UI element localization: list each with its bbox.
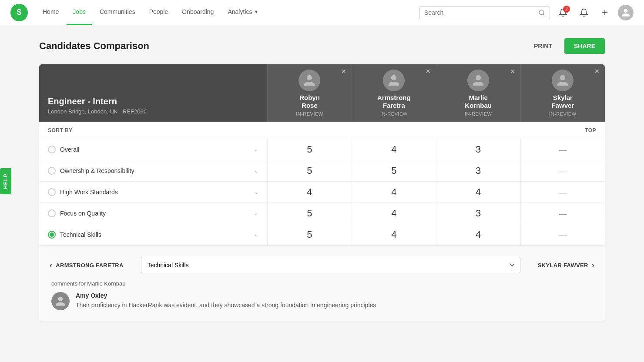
criteria-radio-technical[interactable] (48, 231, 56, 239)
commenter-avatar (51, 292, 70, 310)
score-quality-skylar: — (520, 203, 605, 224)
score-quality-robyn: 5 (268, 203, 352, 224)
plus-icon (600, 8, 609, 17)
next-candidate-button[interactable]: SKYLAR FAWVER › (538, 261, 594, 270)
criteria-name-quality: Focus on Quality (60, 210, 106, 217)
job-header-cell: Engineer - Intern London Bridge, London,… (39, 64, 268, 122)
score-ownership-skylar: — (520, 160, 605, 182)
nav-jobs[interactable]: Jobs (67, 0, 92, 25)
criteria-radio-quality[interactable] (48, 209, 56, 217)
navbar-right: 2 (419, 5, 634, 20)
skylar-name: SkylarFawver (524, 94, 601, 110)
help-label: HELP (3, 173, 9, 189)
close-skylar-button[interactable]: ✕ (594, 68, 600, 75)
armstrong-avatar (383, 70, 405, 91)
nav-communities[interactable]: Communities (94, 0, 141, 25)
comparison-card: Engineer - Intern London Bridge, London,… (39, 64, 605, 321)
criteria-row-highwork: High Work Standards ⌄ 4 4 4 — (39, 182, 605, 203)
criteria-chevron-highwork[interactable]: ⌄ (254, 189, 258, 195)
armstrong-name: ArmstrongFaretra (356, 94, 433, 110)
score-overall-armstrong: 4 (352, 139, 436, 160)
score-ownership-armstrong: 5 (352, 160, 436, 182)
page-header: Candidates Comparison PRINT SHARE (39, 38, 605, 54)
job-ref: REF206C (123, 108, 148, 115)
score-technical-skylar: — (520, 224, 605, 246)
criteria-name-highwork: High Work Standards (60, 189, 118, 196)
close-marlie-button[interactable]: ✕ (510, 68, 515, 75)
candidate-header-robyn: ✕ RobynRose IN-REVIEW (268, 64, 352, 122)
close-armstrong-button[interactable]: ✕ (426, 68, 431, 75)
criteria-name-overall: Overall (60, 146, 79, 153)
page-title: Candidates Comparison (39, 40, 149, 52)
score-overall-skylar: — (520, 139, 605, 160)
score-highwork-skylar: — (520, 182, 605, 203)
criteria-label-overall: Overall ⌄ (39, 139, 268, 160)
notifications-button[interactable]: 2 (555, 5, 571, 20)
criteria-row-ownership: Ownership & Responsibility ⌄ 5 5 3 — (39, 160, 605, 182)
svg-line-1 (543, 14, 544, 15)
header-actions: PRINT SHARE (527, 38, 605, 54)
criteria-chevron-ownership[interactable]: ⌄ (254, 168, 258, 174)
alerts-button[interactable] (576, 5, 592, 20)
prev-candidate-button[interactable]: ‹ ARMSTRONG FARETRA (50, 261, 124, 270)
bottom-nav: ‹ ARMSTRONG FARETRA Technical Skills Own… (50, 257, 594, 273)
comments-section: comments for Marlie Kornbau Amy Oxley Th… (50, 280, 594, 310)
criteria-chevron-quality[interactable]: ⌄ (254, 210, 258, 216)
robyn-avatar (299, 70, 320, 91)
analytics-chevron-icon: ▼ (254, 9, 258, 14)
job-location-text: London Bridge, London, UK (48, 108, 117, 115)
nav-onboarding[interactable]: Onboarding (176, 0, 220, 25)
print-button[interactable]: PRINT (527, 39, 559, 53)
robyn-name: RobynRose (271, 94, 348, 110)
criteria-label-technical: Technical Skills ⌄ (39, 224, 268, 246)
nav-home[interactable]: Home (37, 0, 65, 25)
criteria-radio-overall[interactable] (48, 146, 56, 153)
job-location: London Bridge, London, UK REF206C (48, 108, 258, 115)
score-technical-robyn: 5 (268, 224, 352, 246)
user-avatar[interactable] (618, 5, 634, 20)
skylar-avatar (552, 70, 574, 91)
criteria-radio-highwork[interactable] (48, 188, 56, 196)
close-robyn-button[interactable]: ✕ (341, 68, 346, 75)
svg-point-0 (539, 10, 544, 15)
add-button[interactable] (597, 5, 613, 20)
criteria-chevron-overall[interactable]: ⌄ (254, 146, 258, 153)
criteria-row-technical: Technical Skills ⌄ 5 4 4 — (39, 224, 605, 246)
criteria-name-ownership: Ownership & Responsibility (60, 167, 134, 174)
search-input[interactable] (424, 9, 538, 16)
score-ownership-marlie: 3 (436, 160, 520, 182)
comment-item: Amy Oxley Their proficiency in HackerRan… (51, 292, 593, 310)
criteria-label-highwork: High Work Standards ⌄ (39, 182, 268, 203)
next-candidate-label: SKYLAR FAWVER (538, 262, 588, 269)
comment-author: Amy Oxley (76, 292, 378, 299)
comments-for-label: comments for Marlie Kornbau (51, 280, 593, 287)
prev-arrow-icon: ‹ (50, 261, 52, 270)
user-avatar-icon (621, 8, 631, 17)
score-highwork-marlie: 4 (436, 182, 520, 203)
skill-dropdown-wrapper: Technical Skills Ownership & Responsibil… (124, 257, 538, 273)
armstrong-status: IN-REVIEW (356, 111, 433, 116)
criteria-label-quality: Focus on Quality ⌄ (39, 203, 268, 224)
score-highwork-armstrong: 4 (352, 182, 436, 203)
score-overall-marlie: 3 (436, 139, 520, 160)
score-quality-armstrong: 4 (352, 203, 436, 224)
top-label: TOP (585, 127, 596, 133)
comparison-table: Engineer - Intern London Bridge, London,… (39, 64, 605, 246)
app-logo[interactable]: S (10, 4, 28, 21)
share-button[interactable]: SHARE (564, 38, 605, 54)
nav-analytics[interactable]: Analytics ▼ (221, 0, 265, 25)
criteria-radio-ownership[interactable] (48, 167, 56, 175)
score-technical-marlie: 4 (436, 224, 520, 246)
score-technical-armstrong: 4 (352, 224, 436, 246)
help-tab[interactable]: HELP (0, 168, 11, 194)
score-ownership-robyn: 5 (268, 160, 352, 182)
candidate-header-armstrong: ✕ ArmstrongFaretra IN-REVIEW (352, 64, 436, 122)
candidate-header-skylar: ✕ SkylarFawver IN-REVIEW (520, 64, 605, 122)
marlie-avatar (467, 70, 489, 91)
criteria-row-quality: Focus on Quality ⌄ 5 4 3 — (39, 203, 605, 224)
skill-dropdown[interactable]: Technical Skills Ownership & Responsibil… (141, 257, 520, 273)
next-arrow-icon: › (592, 261, 594, 270)
criteria-chevron-technical[interactable]: ⌄ (254, 232, 258, 238)
nav-people[interactable]: People (143, 0, 174, 25)
robyn-status: IN-REVIEW (271, 111, 348, 116)
